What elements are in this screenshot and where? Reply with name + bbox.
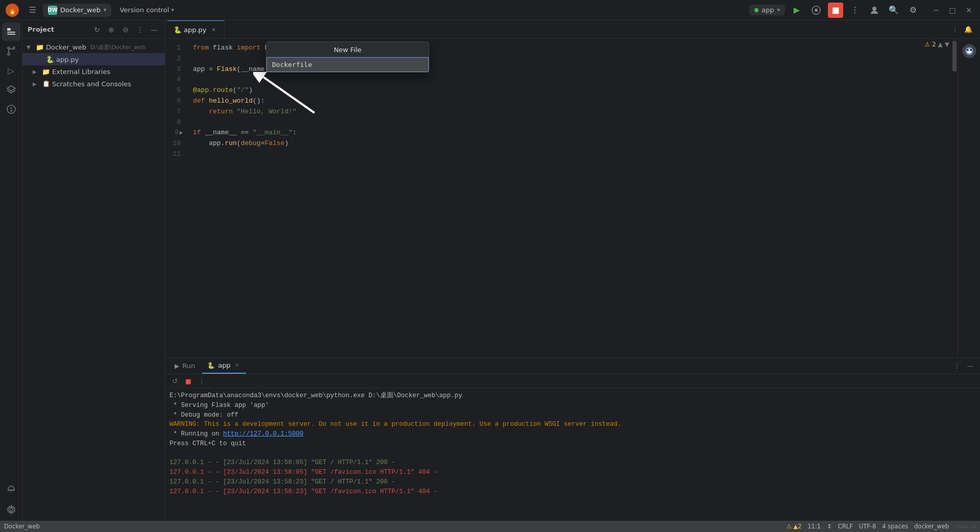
term-line-5: * Running on http://127.0.0.1:5000 — [169, 429, 976, 439]
statusbar-right: ⚠ ▲2 11:1 ↕ CRLF UTF-8 4 spaces docker_w… — [787, 523, 949, 530]
activity-settings-bottom-icon[interactable] — [2, 500, 20, 519]
minimize-button[interactable]: ─ — [929, 3, 943, 17]
statusbar-lf-icon[interactable]: ↕ — [827, 523, 832, 530]
term-line-3: * Debug mode: off — [169, 410, 976, 420]
svg-rect-7 — [7, 34, 15, 35]
editor-with-overlay: 1 2 3 4 5 6 7 8 9▶ 10 11 f — [165, 39, 980, 357]
statusbar-line-sep[interactable]: CRLF — [838, 523, 853, 530]
sidebar-minimize-button[interactable]: — — [149, 24, 160, 35]
tab-app[interactable]: 🐍 app ✕ — [202, 358, 246, 374]
titlebar: 🔥 ☰ DW Docker_web ▾ Version control ▾ ap… — [0, 0, 980, 20]
sidebar-collapse-button[interactable]: ⊖ — [120, 24, 131, 35]
tab-run[interactable]: ▶ Run — [169, 358, 200, 374]
tab-notification-button[interactable]: 🔔 — [963, 24, 974, 35]
terminal-content[interactable]: E:\ProgramData\anaconda3\envs\docker_web… — [165, 388, 980, 521]
line-num-5: 5 — [165, 85, 185, 96]
code-line-11 — [191, 149, 951, 160]
activity-debug-layers-icon[interactable] — [2, 100, 20, 118]
stop-button[interactable]: ■ — [828, 3, 843, 18]
statusbar-warnings[interactable]: ⚠ ▲2 — [787, 523, 801, 530]
term-line-11: 127.0.0.1 - - [23/Jul/2024 13:58:23] "GE… — [169, 487, 976, 497]
tree-item-scratches[interactable]: ▶ 📋 Scratches and Consoles — [22, 78, 165, 90]
sidebar-refresh-button[interactable]: ↻ — [91, 24, 103, 35]
line-num-9: 9▶ — [165, 128, 185, 138]
term-line-7 — [169, 449, 976, 458]
activity-git-icon[interactable] — [2, 42, 20, 60]
tab-apppy-close-button[interactable]: ✕ — [210, 26, 218, 34]
svg-rect-5 — [7, 28, 11, 31]
editor-scrollbar[interactable] — [951, 39, 958, 357]
hamburger-menu-button[interactable]: ☰ — [24, 2, 41, 18]
svg-point-10 — [8, 53, 10, 55]
tab-apppy-label: app.py — [184, 26, 207, 34]
term-line-2: * Serving Flask app 'app' — [169, 401, 976, 410]
code-line-5: @app.route("/") — [191, 85, 951, 96]
line-num-1: 1 — [165, 43, 185, 54]
app-tab-label: app — [218, 361, 230, 369]
code-content[interactable]: from flask import Flask app = Flask(__na… — [191, 39, 951, 357]
term-line-6: Press CTRL+C to quit — [169, 439, 976, 449]
titlebar-right: app ▾ ▶ ■ ⋮ 🔍 ⚙ ─ □ ✕ — [749, 3, 976, 18]
more-options-button[interactable]: ⋮ — [847, 3, 863, 18]
app-tab-close-button[interactable]: ✕ — [234, 362, 241, 369]
new-file-input[interactable] — [266, 57, 429, 72]
statusbar-position[interactable]: 11:1 — [807, 523, 821, 530]
line-num-10: 10 — [165, 138, 185, 149]
line-num-11: 11 — [165, 149, 185, 160]
terminal-stop-button[interactable]: ■ — [183, 375, 194, 386]
code-line-4 — [191, 75, 951, 85]
terminal-restart-button[interactable]: ↺ — [169, 375, 181, 386]
activity-layers-icon[interactable] — [2, 81, 20, 99]
sidebar-more-button[interactable]: ⋮ — [134, 24, 145, 35]
search-button[interactable]: 🔍 — [886, 3, 901, 18]
statusbar-project[interactable]: Docker_web — [4, 523, 40, 530]
ext-libs-label: External Libraries — [52, 68, 110, 76]
sidebar-title: Project — [28, 26, 88, 33]
term-line-9: 127.0.0.1 - - [23/Jul/2024 13:58:05] "GE… — [169, 468, 976, 477]
version-control-button[interactable]: Version control ▾ — [115, 4, 178, 16]
svg-text:🔥: 🔥 — [8, 6, 17, 15]
sidebar-expand-button[interactable]: ⊕ — [106, 24, 117, 35]
run-config-chevron: ▾ — [777, 7, 780, 13]
copilot-button[interactable] — [808, 3, 824, 18]
statusbar-indent[interactable]: 4 spaces — [882, 523, 908, 530]
tree-item-external-libs[interactable]: ▶ 📁 External Libraries — [22, 65, 165, 78]
ai-assistant-button[interactable] — [961, 43, 977, 59]
panel-more-button[interactable]: ⋮ — [951, 360, 963, 372]
tree-root-item[interactable]: ▼ 📁 Docker_web D:\桌面\Docker_web — [22, 41, 165, 53]
tab-apppy[interactable]: 🐍 app.py ✕ — [167, 20, 225, 38]
run-button[interactable]: ▶ — [789, 3, 804, 18]
version-control-label: Version control — [119, 6, 169, 14]
code-editor[interactable]: 1 2 3 4 5 6 7 8 9▶ 10 11 f — [165, 39, 958, 357]
svg-rect-16 — [8, 490, 15, 491]
tabs-right-controls: ⋮ 🔔 — [949, 24, 978, 35]
warnings-badge: ⚠2 ▲ ▼ — [924, 41, 949, 48]
terminal-more-button[interactable]: ⋮ — [196, 375, 207, 386]
terminal-toolbar: ↺ ■ ⋮ — [165, 374, 980, 388]
local-url-link[interactable]: http://127.0.0.1:5000 — [223, 430, 304, 438]
activity-notifications-icon[interactable] — [2, 479, 20, 497]
bottom-tabs: ▶ Run 🐍 app ✕ ⋮ — — [165, 358, 980, 374]
close-button[interactable]: ✕ — [962, 3, 976, 17]
activity-run-icon[interactable]: ▷ — [2, 61, 20, 80]
project-selector[interactable]: DW Docker_web ▾ — [43, 4, 111, 17]
scratches-label: Scratches and Consoles — [52, 80, 131, 88]
profile-button[interactable] — [867, 3, 882, 18]
apppy-label: app.py — [56, 56, 79, 63]
right-gutter — [958, 39, 980, 357]
run-configuration[interactable]: app ▾ — [749, 5, 785, 15]
maximize-button[interactable]: □ — [945, 3, 960, 17]
code-line-6: def hello_world(): — [191, 96, 951, 107]
code-line-10: app.run(debug=False) — [191, 138, 951, 149]
apppy-icon: 🐍 — [46, 55, 54, 63]
main-layout: ▷ Project ↻ ⊕ ⊖ ⋮ — ▼ 📁 Doc — [0, 20, 980, 521]
statusbar-encoding[interactable]: UTF-8 — [859, 523, 876, 530]
panel-minimize-button[interactable]: — — [965, 360, 976, 372]
editor-column: 🐍 app.py ✕ ⋮ 🔔 1 2 3 4 5 6 — [165, 20, 980, 521]
activity-project-icon[interactable] — [2, 22, 20, 41]
tab-more-button[interactable]: ⋮ — [949, 24, 961, 35]
settings-button[interactable]: ⚙ — [905, 3, 921, 18]
statusbar-filetype[interactable]: docker_web — [914, 523, 949, 530]
tree-item-apppy[interactable]: 🐍 app.py — [22, 53, 165, 65]
project-chevron: ▾ — [104, 7, 107, 13]
